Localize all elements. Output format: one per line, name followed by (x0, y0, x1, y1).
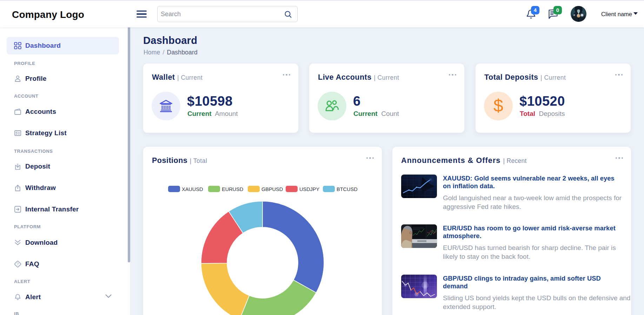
svg-text:?: ? (17, 262, 19, 266)
